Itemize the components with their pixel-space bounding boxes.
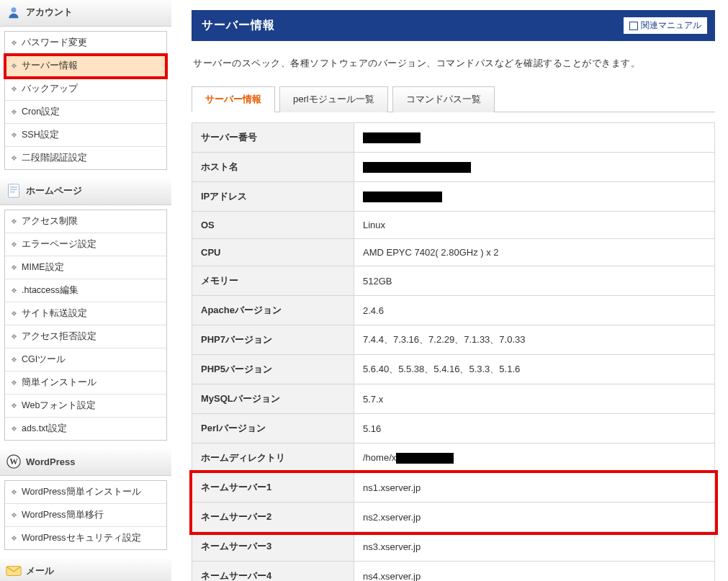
related-manual-button[interactable]: 関連マニュアル xyxy=(623,17,708,35)
bullet-icon: ❖ xyxy=(11,287,17,294)
svg-rect-3 xyxy=(10,189,17,191)
redacted-block xyxy=(363,192,442,202)
sidebar-item-label: CGIツール xyxy=(22,353,66,366)
bullet-icon: ❖ xyxy=(11,218,17,225)
bullet-icon: ❖ xyxy=(11,379,17,387)
sidebar-item-label: パスワード変更 xyxy=(22,37,87,49)
sidebar: アカウント❖パスワード変更❖サーバー情報❖バックアップ❖Cron設定❖SSH設定… xyxy=(0,0,171,581)
mail-icon xyxy=(6,565,22,577)
sidebar-item[interactable]: ❖.htaccess編集 xyxy=(5,279,166,302)
wordpress-icon: W xyxy=(6,454,21,469)
row-value-text: ns1.xserver.jp xyxy=(363,482,421,493)
row-label: ネームサーバー2 xyxy=(192,503,354,532)
sidebar-item[interactable]: ❖MIME設定 xyxy=(5,256,166,279)
sidebar-item[interactable]: ❖Webフォント設定 xyxy=(5,395,166,418)
tab[interactable]: サーバー情報 xyxy=(192,86,275,112)
row-label: ネームサーバー3 xyxy=(192,532,354,562)
tab[interactable]: perlモジュール一覧 xyxy=(279,86,388,112)
row-value-text: 5.16 xyxy=(363,423,381,434)
table-row: Perlバージョン5.16 xyxy=(192,414,715,443)
sidebar-item-label: 簡単インストール xyxy=(22,377,96,389)
row-value: /home/x xyxy=(354,443,715,473)
row-label: IPアドレス xyxy=(192,182,354,212)
sidebar-item[interactable]: ❖SSH設定 xyxy=(5,124,166,147)
row-value-text: 5.6.40、5.5.38、5.4.16、5.3.3、5.1.6 xyxy=(363,364,520,374)
sidebar-item[interactable]: ❖WordPress簡単移行 xyxy=(5,504,166,527)
sidebar-item-label: WordPressセキュリティ設定 xyxy=(22,532,141,544)
row-value: 5.7.x xyxy=(354,384,715,414)
table-row: ネームサーバー4ns4.xserver.jp xyxy=(192,562,715,582)
row-value-text: AMD EPYC 7402( 2.80GHz ) x 2 xyxy=(363,247,499,258)
page-title: サーバー情報 xyxy=(202,18,275,33)
highlighted-rows: ネームサーバー1ns1.xserver.jpネームサーバー2ns2.xserve… xyxy=(192,473,715,532)
row-value: AMD EPYC 7402( 2.80GHz ) x 2 xyxy=(354,239,715,266)
row-label: ネームサーバー4 xyxy=(192,562,354,582)
sidebar-item[interactable]: ❖エラーページ設定 xyxy=(5,233,166,256)
sidebar-item[interactable]: ❖WordPress簡単インストール xyxy=(5,481,166,504)
row-value xyxy=(354,182,715,212)
sidebar-item-label: サイト転送設定 xyxy=(22,307,87,320)
table-row: CPUAMD EPYC 7402( 2.80GHz ) x 2 xyxy=(192,239,715,266)
svg-point-0 xyxy=(12,7,17,12)
row-value: ns2.xserver.jp xyxy=(354,503,715,532)
row-value-text: ns4.xserver.jp xyxy=(363,571,421,582)
sidebar-item[interactable]: ❖CGIツール xyxy=(5,348,166,371)
sidebar-list: ❖アクセス制限❖エラーページ設定❖MIME設定❖.htaccess編集❖サイト転… xyxy=(4,210,167,441)
bullet-icon: ❖ xyxy=(11,310,17,317)
redacted-block xyxy=(396,453,454,464)
sidebar-item[interactable]: ❖サーバー情報 xyxy=(5,55,166,78)
sidebar-list: ❖WordPress簡単インストール❖WordPress簡単移行❖WordPre… xyxy=(4,480,167,550)
row-label: PHP7バージョン xyxy=(192,325,354,355)
row-value-text: ns3.xserver.jp xyxy=(363,541,421,552)
sidebar-item[interactable]: ❖アクセス制限 xyxy=(5,210,166,233)
bullet-icon: ❖ xyxy=(11,489,17,496)
sidebar-section-header: メール xyxy=(0,559,171,581)
sidebar-item[interactable]: ❖パスワード変更 xyxy=(5,32,166,55)
redacted-block xyxy=(363,162,471,173)
tab[interactable]: コマンドパス一覧 xyxy=(392,86,495,112)
sidebar-item-label: .htaccess編集 xyxy=(22,284,78,297)
sidebar-item-label: ads.txt設定 xyxy=(22,423,67,435)
server-info-table: サーバー番号ホスト名IPアドレスOSLinuxCPUAMD EPYC 7402(… xyxy=(192,122,715,581)
sidebar-section-header: WWordPress xyxy=(0,449,171,476)
row-value: ns1.xserver.jp xyxy=(354,473,715,503)
table-row: PHP5バージョン5.6.40、5.5.38、5.4.16、5.3.3、5.1.… xyxy=(192,355,715,384)
page-icon xyxy=(6,183,22,199)
sidebar-item[interactable]: ❖Cron設定 xyxy=(5,101,166,124)
redacted-block xyxy=(363,132,421,143)
sidebar-item-label: アクセス制限 xyxy=(22,215,78,228)
row-value-text: 5.7.x xyxy=(363,394,383,405)
bullet-icon: ❖ xyxy=(11,333,17,341)
svg-rect-4 xyxy=(10,192,15,193)
row-value-text: 7.4.4、7.3.16、7.2.29、7.1.33、7.0.33 xyxy=(363,334,526,345)
related-manual-label: 関連マニュアル xyxy=(641,19,701,32)
sidebar-item[interactable]: ❖アクセス拒否設定 xyxy=(5,325,166,348)
sidebar-item-label: Cron設定 xyxy=(22,106,60,118)
row-label: ネームサーバー1 xyxy=(192,473,354,503)
row-label: Apacheバージョン xyxy=(192,296,354,325)
sidebar-section-title: WordPress xyxy=(26,456,75,467)
row-label: CPU xyxy=(192,239,354,266)
table-row: ネームサーバー2ns2.xserver.jp xyxy=(192,503,715,532)
row-label: ホスト名 xyxy=(192,153,354,182)
sidebar-item[interactable]: ❖二段階認証設定 xyxy=(5,147,166,169)
table-row: サーバー番号 xyxy=(192,123,715,153)
bullet-icon: ❖ xyxy=(11,356,17,364)
sidebar-item[interactable]: ❖ads.txt設定 xyxy=(5,418,166,440)
sidebar-item[interactable]: ❖サイト転送設定 xyxy=(5,302,166,325)
mail-icon xyxy=(6,563,22,579)
sidebar-item[interactable]: ❖バックアップ xyxy=(5,78,166,101)
sidebar-item[interactable]: ❖簡単インストール xyxy=(5,371,166,395)
sidebar-item-label: アクセス拒否設定 xyxy=(22,330,96,343)
sidebar-item[interactable]: ❖WordPressセキュリティ設定 xyxy=(5,527,166,549)
content-area: サーバー情報 関連マニュアル サーバーのスペック、各種ソフトウェアのバージョン、… xyxy=(171,0,728,581)
row-value-text: 512GB xyxy=(363,276,392,287)
row-label: メモリー xyxy=(192,266,354,296)
user-icon xyxy=(6,4,22,20)
table-row: PHP7バージョン7.4.4、7.3.16、7.2.29、7.1.33、7.0.… xyxy=(192,325,715,355)
row-label: ホームディレクトリ xyxy=(192,443,354,473)
sidebar-item-label: WordPress簡単インストール xyxy=(22,486,141,498)
sidebar-section-title: ホームページ xyxy=(26,184,82,197)
row-value: ns4.xserver.jp xyxy=(354,562,715,582)
page-description: サーバーのスペック、各種ソフトウェアのバージョン、コマンドパスなどを確認すること… xyxy=(192,41,715,86)
